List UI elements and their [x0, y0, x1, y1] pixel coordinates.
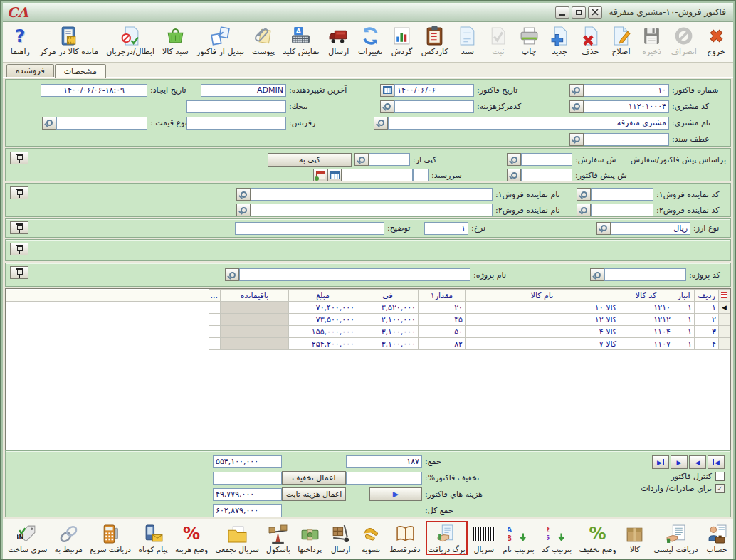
- table-row[interactable]: ◀۱۱۱۲۱۰كالا ۱۰۲۰۳,۵۲۰,۰۰۰۷۰,۴۰۰,۰۰۰: [6, 302, 730, 314]
- cell-more[interactable]: [209, 314, 221, 326]
- toolbar-button-sort-by-code[interactable]: 3245بترتيب كد: [540, 522, 573, 554]
- due-date-picker-button[interactable]: [313, 169, 327, 181]
- restore-button[interactable]: [572, 6, 586, 19]
- toolbar-button-account[interactable]: حساب: [704, 522, 730, 554]
- col-item-code[interactable]: كد كالا: [619, 290, 673, 302]
- toolbar-button-build-series[interactable]: BNسري ساخت: [6, 522, 48, 554]
- customer-name-search-button[interactable]: [374, 117, 388, 130]
- rep2-name-input[interactable]: [251, 204, 493, 216]
- cell-amount[interactable]: ۷۰,۴۰۰,۰۰۰: [289, 302, 357, 314]
- toolbar-button-help[interactable]: ?راهنما: [7, 23, 33, 57]
- currency-search-button[interactable]: [596, 222, 611, 235]
- nav-next-button[interactable]: ▶: [671, 455, 688, 469]
- table-row[interactable]: ۲۱۱۲۱۲كالا ۱۲۳۵۲,۱۰۰,۰۰۰۷۳,۵۰۰,۰۰۰: [6, 314, 730, 326]
- copy-to-button[interactable]: كپي به: [268, 153, 352, 167]
- toolbar-button-cumulative-serial[interactable]: سريال تجمعى: [214, 522, 260, 554]
- reference-input[interactable]: [186, 117, 286, 130]
- note-input[interactable]: [235, 222, 384, 235]
- proforma-no-search-button[interactable]: [507, 169, 521, 181]
- cell-item-name[interactable]: كالا ۷: [466, 338, 619, 350]
- invoice-date-calendar-button[interactable]: [380, 84, 394, 97]
- toolbar-button-delete[interactable]: حذف: [577, 23, 603, 57]
- cell-amount[interactable]: ۲۵۴,۲۰۰,۰۰۰: [289, 338, 357, 350]
- copy-from-search-button[interactable]: [354, 153, 369, 166]
- rep1-name-search-button[interactable]: [236, 188, 251, 201]
- toolbar-button-weighbridge[interactable]: باسكول: [265, 522, 292, 554]
- toolbar-button-attachment[interactable]: پيوست: [251, 23, 276, 57]
- col-unit-price[interactable]: في: [357, 290, 419, 302]
- toolbar-button-void-in-progress[interactable]: ابطال/درجريان: [105, 23, 156, 57]
- currency-input[interactable]: [611, 222, 690, 235]
- cell-warehouse[interactable]: ۱: [673, 326, 695, 338]
- cell-qty[interactable]: ۵۰: [419, 326, 466, 338]
- due-date-calendar-button[interactable]: [327, 169, 342, 181]
- price-type-search-button[interactable]: [42, 117, 56, 130]
- toolbar-button-stock-in-center[interactable]: مانده كالا در مركز: [38, 23, 100, 57]
- cell-unit-price[interactable]: ۳,۵۲۰,۰۰۰: [357, 302, 419, 314]
- pin-button[interactable]: [10, 221, 28, 234]
- cell-item-code[interactable]: ۱۱۰۴: [619, 326, 673, 338]
- toolbar-button-kardex[interactable]: كاردكس: [420, 23, 450, 57]
- cost-center-search-button[interactable]: [380, 100, 394, 113]
- doc-ref-input[interactable]: [584, 133, 669, 146]
- cell-item-code[interactable]: ۱۱۰۷: [619, 338, 673, 350]
- invoice-date-input[interactable]: [394, 84, 474, 97]
- control-invoice-checkbox[interactable]: [715, 472, 725, 481]
- doc-ref-search-button[interactable]: [569, 133, 584, 146]
- toolbar-button-serial[interactable]: سريال: [471, 522, 497, 554]
- col-remaining[interactable]: باقيمانده: [221, 290, 289, 302]
- toolbar-button-show-keyboard[interactable]: Aنمايش كليد: [281, 23, 320, 57]
- cell-row[interactable]: ۴: [695, 338, 719, 350]
- cell-warehouse[interactable]: ۱: [673, 314, 695, 326]
- col-row[interactable]: رديف: [695, 290, 719, 302]
- toolbar-button-changes[interactable]: تغييرات: [357, 23, 384, 57]
- tab-specifications[interactable]: مشخصات: [55, 64, 106, 78]
- toolbar-button-save[interactable]: ذخيره: [639, 23, 665, 57]
- toolbar-button-receipt-sheet[interactable]: برگ دريافت: [426, 522, 467, 554]
- cell-more[interactable]: [209, 302, 221, 314]
- project-code-search-button[interactable]: [590, 268, 604, 281]
- toolbar-button-payments[interactable]: پرداختها: [296, 522, 323, 554]
- cell-remaining[interactable]: [221, 326, 289, 338]
- toolbar-button-cancel[interactable]: انصراف: [670, 23, 698, 57]
- due-date-day-input[interactable]: [413, 169, 429, 181]
- toolbar-button-settlement[interactable]: تسويه: [358, 522, 384, 554]
- toolbar-button-sms[interactable]: پيام كوتاه: [137, 522, 169, 554]
- cell-qty[interactable]: ۲۰: [419, 302, 466, 314]
- toolbar-button-exit[interactable]: خروج: [703, 23, 729, 57]
- cell-unit-price[interactable]: ۲,۱۰۰,۰۰۰: [357, 314, 419, 326]
- table-row[interactable]: ۴۱۱۱۰۷كالا ۷۸۲۳,۱۰۰,۰۰۰۲۵۴,۲۰۰,۰۰۰: [6, 338, 730, 350]
- cell-remaining[interactable]: [221, 302, 289, 314]
- toolbar-button-print[interactable]: چاپ: [516, 23, 542, 57]
- bijak-input[interactable]: [186, 100, 286, 113]
- toolbar-button-send-handtruck[interactable]: ارسال: [328, 522, 354, 554]
- col-more[interactable]: ...: [209, 290, 221, 302]
- cell-qty[interactable]: ۳۵: [419, 314, 466, 326]
- nav-last-button[interactable]: ▶: [652, 455, 669, 469]
- toolbar-button-convert-from-invoice[interactable]: تبديل از فاكتور: [195, 23, 246, 57]
- close-button[interactable]: [588, 6, 602, 19]
- table-row[interactable]: ۳۱۱۱۰۴كالا ۴۵۰۳,۱۰۰,۰۰۰۱۵۵,۰۰۰,۰۰۰: [6, 326, 730, 338]
- copy-from-input[interactable]: [369, 153, 410, 166]
- col-qty[interactable]: مقدار۱: [419, 290, 466, 302]
- toolbar-button-new[interactable]: جديد: [547, 23, 572, 57]
- export-import-checkbox[interactable]: ✓: [715, 484, 725, 493]
- cell-remaining[interactable]: [221, 314, 289, 326]
- customer-code-input[interactable]: [584, 100, 669, 113]
- discount-amount-input[interactable]: [213, 472, 282, 485]
- cell-more[interactable]: [209, 326, 221, 338]
- apply-fixed-cost-button[interactable]: اعمال هزينه ثابت: [282, 487, 346, 501]
- row-selector-header[interactable]: [719, 290, 730, 302]
- toolbar-button-register[interactable]: ثبت: [485, 23, 511, 57]
- cell-row[interactable]: ۳: [695, 326, 719, 338]
- tab-seller[interactable]: فروشنده: [6, 64, 54, 77]
- nav-prev-button[interactable]: ◀: [689, 455, 706, 469]
- cell-warehouse[interactable]: ۱: [673, 302, 695, 314]
- proforma-no-input[interactable]: [521, 169, 572, 181]
- project-name-input[interactable]: [239, 268, 470, 281]
- row-selector-cell[interactable]: [719, 314, 730, 326]
- cell-row[interactable]: ۲: [695, 314, 719, 326]
- pin-button[interactable]: [10, 152, 28, 164]
- cell-qty[interactable]: ۸۲: [419, 338, 466, 350]
- discount-percent-input[interactable]: [346, 472, 422, 485]
